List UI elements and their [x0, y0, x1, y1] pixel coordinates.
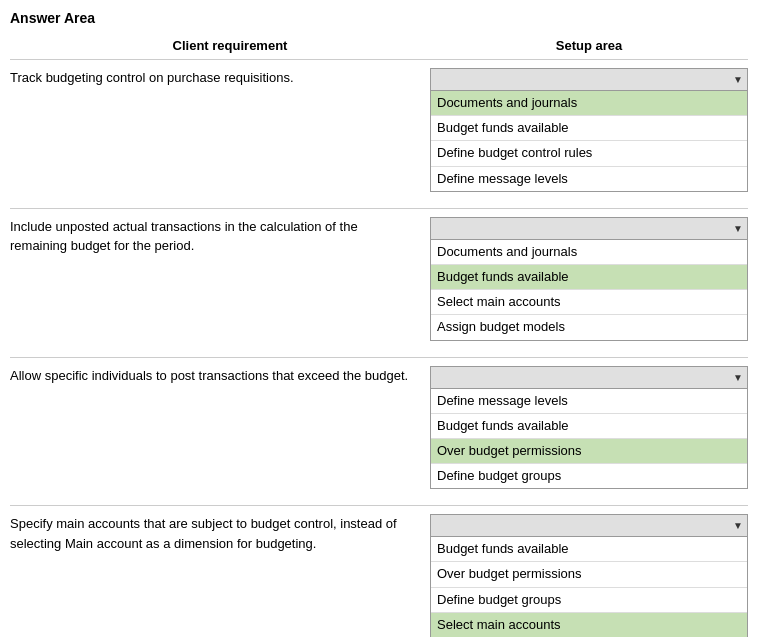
dropdown-arrow-0[interactable]: ▼ — [733, 74, 743, 85]
dropdown-item-0-3[interactable]: Define message levels — [431, 167, 747, 191]
table-row-1: Include unposted actual transactions in … — [10, 208, 748, 341]
dropdown-item-1-1[interactable]: Budget funds available — [431, 265, 747, 290]
rows-container: Track budgeting control on purchase requ… — [10, 59, 748, 637]
dropdown-item-0-0[interactable]: Documents and journals — [431, 91, 747, 116]
table-row-0: Track budgeting control on purchase requ… — [10, 59, 748, 192]
setup-cell-3: ▼Budget funds availableOver budget permi… — [430, 514, 748, 637]
dropdown-3[interactable]: ▼Budget funds availableOver budget permi… — [430, 514, 748, 637]
dropdown-item-3-1[interactable]: Over budget permissions — [431, 562, 747, 587]
header-setup-area: Setup area — [430, 38, 748, 53]
requirement-cell-1: Include unposted actual transactions in … — [10, 217, 430, 256]
dropdown-item-2-3[interactable]: Define budget groups — [431, 464, 747, 488]
requirement-cell-0: Track budgeting control on purchase requ… — [10, 68, 430, 88]
dropdown-item-0-1[interactable]: Budget funds available — [431, 116, 747, 141]
dropdown-item-2-2[interactable]: Over budget permissions — [431, 439, 747, 464]
dropdown-item-1-0[interactable]: Documents and journals — [431, 240, 747, 265]
setup-cell-0: ▼Documents and journalsBudget funds avai… — [430, 68, 748, 192]
setup-cell-2: ▼Define message levelsBudget funds avail… — [430, 366, 748, 490]
requirement-cell-3: Specify main accounts that are subject t… — [10, 514, 430, 553]
dropdown-arrow-3[interactable]: ▼ — [733, 520, 743, 531]
table-header: Client requirement Setup area — [10, 38, 748, 53]
dropdown-1[interactable]: ▼Documents and journalsBudget funds avai… — [430, 217, 748, 341]
dropdown-item-1-2[interactable]: Select main accounts — [431, 290, 747, 315]
dropdown-item-3-3[interactable]: Select main accounts — [431, 613, 747, 637]
dropdown-arrow-1[interactable]: ▼ — [733, 223, 743, 234]
dropdown-2[interactable]: ▼Define message levelsBudget funds avail… — [430, 366, 748, 490]
requirement-cell-2: Allow specific individuals to post trans… — [10, 366, 430, 386]
dropdown-item-2-0[interactable]: Define message levels — [431, 389, 747, 414]
table-row-2: Allow specific individuals to post trans… — [10, 357, 748, 490]
dropdown-item-0-2[interactable]: Define budget control rules — [431, 141, 747, 166]
dropdown-item-2-1[interactable]: Budget funds available — [431, 414, 747, 439]
table-row-3: Specify main accounts that are subject t… — [10, 505, 748, 637]
page-title: Answer Area — [10, 10, 748, 26]
dropdown-item-1-3[interactable]: Assign budget models — [431, 315, 747, 339]
setup-cell-1: ▼Documents and journalsBudget funds avai… — [430, 217, 748, 341]
dropdown-arrow-2[interactable]: ▼ — [733, 372, 743, 383]
header-client-requirement: Client requirement — [10, 38, 430, 53]
dropdown-0[interactable]: ▼Documents and journalsBudget funds avai… — [430, 68, 748, 192]
dropdown-item-3-0[interactable]: Budget funds available — [431, 537, 747, 562]
dropdown-item-3-2[interactable]: Define budget groups — [431, 588, 747, 613]
